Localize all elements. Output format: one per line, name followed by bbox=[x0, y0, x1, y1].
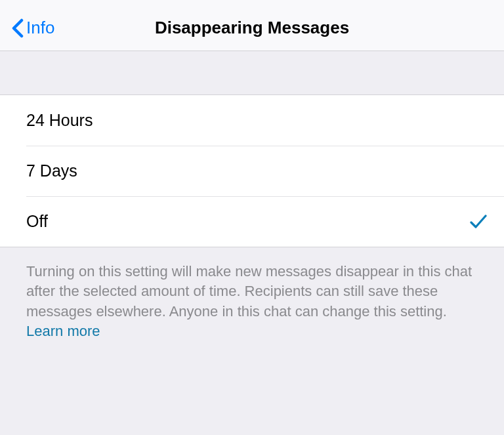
option-label: 7 Days bbox=[26, 161, 77, 180]
chevron-left-icon bbox=[12, 18, 24, 38]
checkmark-icon bbox=[470, 214, 487, 230]
section-spacer: WABETAINFO bbox=[0, 51, 504, 94]
option-label: Off bbox=[26, 212, 48, 231]
learn-more-link[interactable]: Learn more bbox=[26, 323, 100, 339]
footer-body: Turning on this setting will make new me… bbox=[26, 263, 472, 320]
footer-description: Turning on this setting will make new me… bbox=[0, 247, 504, 341]
page-title: Disappearing Messages bbox=[155, 18, 349, 38]
back-label: Info bbox=[26, 18, 54, 38]
option-24-hours[interactable]: 24 Hours bbox=[0, 95, 504, 146]
option-off[interactable]: Off bbox=[0, 196, 504, 247]
header-bar: Info Disappearing Messages bbox=[0, 0, 504, 51]
option-7-days[interactable]: 7 Days bbox=[0, 146, 504, 196]
footer-text: Turning on this setting will make new me… bbox=[26, 262, 487, 341]
options-list: 24 Hours 7 Days Off bbox=[0, 94, 504, 247]
option-label: 24 Hours bbox=[26, 111, 93, 130]
back-button[interactable]: Info bbox=[0, 18, 54, 38]
